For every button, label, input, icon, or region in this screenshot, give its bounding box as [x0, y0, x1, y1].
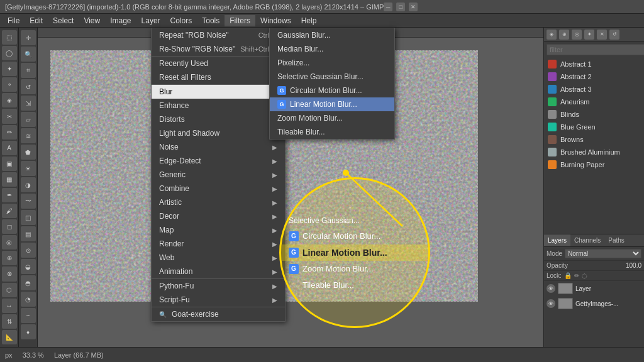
- blur-circular-motion[interactable]: G Circular Motion Blur...: [270, 84, 394, 97]
- callout-circular-motion[interactable]: G Circular Motion Blur...: [281, 228, 428, 244]
- layer-item[interactable]: 👁Layer: [544, 281, 644, 296]
- tool-pencil[interactable]: ✒: [2, 188, 17, 202]
- menu-view[interactable]: View: [79, 15, 105, 26]
- tool-perspective[interactable]: ⬡: [2, 283, 17, 297]
- menu-artistic[interactable]: Artistic ▶: [152, 195, 285, 209]
- tool-paintbrush[interactable]: 🖌: [2, 204, 17, 218]
- window-controls[interactable]: ─ □ ✕: [384, 3, 418, 11]
- menu-distorts[interactable]: Distorts ▶: [152, 112, 285, 126]
- tool-rotate[interactable]: ↺: [21, 79, 36, 94]
- panel-icon-4[interactable]: ✦: [584, 30, 594, 40]
- tool-cage[interactable]: ⬟: [21, 145, 36, 160]
- tool-fuzzy-select[interactable]: ⚬: [2, 77, 17, 92]
- blur-gaussian[interactable]: Gaussian Blur...: [270, 28, 394, 42]
- filter-search-input[interactable]: [547, 44, 644, 55]
- callout-tileable[interactable]: Tileable Blur...: [281, 277, 428, 293]
- tool-threshold[interactable]: ▤: [21, 226, 36, 241]
- filter-item-brushed-aluminium[interactable]: Brushed Aluminium: [544, 146, 644, 158]
- blur-linear-motion[interactable]: G Linear Motion Blur...: [270, 97, 394, 111]
- tool-shear[interactable]: ▱: [21, 112, 36, 127]
- layer-visibility-icon[interactable]: 👁: [547, 284, 555, 293]
- panel-icon-5[interactable]: ✕: [597, 30, 607, 40]
- menu-file[interactable]: File: [3, 15, 25, 26]
- tool-ellipse-select[interactable]: ◯: [2, 46, 17, 60]
- menu-edit[interactable]: Edit: [25, 15, 48, 26]
- layer-visibility-icon[interactable]: 👁: [547, 299, 555, 308]
- panel-icon-3[interactable]: ◎: [572, 30, 582, 40]
- mode-select[interactable]: Normal: [565, 249, 641, 258]
- tool-ink[interactable]: ♦: [21, 324, 36, 339]
- tool-levels[interactable]: ◫: [21, 210, 36, 225]
- filter-item-blue-green[interactable]: Blue Green: [544, 121, 644, 133]
- tool-colorize[interactable]: ◒: [21, 259, 36, 274]
- menu-light-shadow[interactable]: Light and Shadow ▶: [152, 126, 285, 140]
- tool-colorbalance[interactable]: ☀: [21, 161, 36, 176]
- tool-transform[interactable]: ↔: [2, 299, 17, 313]
- tool-paths[interactable]: ✏: [2, 125, 17, 140]
- menu-layer[interactable]: Layer: [136, 15, 165, 26]
- menu-reset-filters[interactable]: Reset all Filters: [152, 70, 285, 84]
- tool-blend[interactable]: ▦: [2, 172, 17, 187]
- tool-scale[interactable]: ⇲: [21, 96, 36, 111]
- layer-item[interactable]: 👁GettyImages-...: [544, 296, 644, 311]
- menu-image[interactable]: Image: [105, 15, 136, 26]
- menu-select[interactable]: Select: [48, 15, 79, 26]
- menu-generic[interactable]: Generic ▶: [152, 168, 285, 182]
- tool-smudge[interactable]: ~: [21, 308, 36, 323]
- close-button[interactable]: ✕: [409, 3, 418, 11]
- lock-icon-2[interactable]: ✏: [574, 272, 579, 279]
- menu-reshow-rgb-noise[interactable]: Re-Show "RGB Noise" Shift+Ctrl+F: [152, 42, 285, 56]
- tool-bucket[interactable]: ▣: [2, 156, 17, 171]
- tool-scissors[interactable]: ✂: [2, 109, 17, 123]
- minimize-button[interactable]: ─: [384, 3, 392, 11]
- menu-blur[interactable]: Blur ▶: [152, 84, 285, 99]
- tool-dodge[interactable]: ◔: [21, 292, 36, 307]
- panel-icon-1[interactable]: ◈: [547, 30, 557, 40]
- panel-icon-2[interactable]: ⊕: [559, 30, 569, 40]
- filter-item-abstract-3[interactable]: Abstract 3: [544, 83, 644, 96]
- menu-edge-detect[interactable]: Edge-Detect ▶: [152, 154, 285, 168]
- blur-pixelize[interactable]: Pixelize...: [270, 56, 394, 70]
- menu-script-fu[interactable]: Script-Fu ▶: [152, 293, 285, 307]
- menu-goat-exercise[interactable]: 🔍 Goat-exercise: [152, 307, 285, 321]
- callout-linear-motion[interactable]: G Linear Motion Blur...: [281, 244, 428, 261]
- menu-map[interactable]: Map ▶: [152, 223, 285, 237]
- filter-item-blinds[interactable]: Blinds: [544, 108, 644, 121]
- tool-airbrush[interactable]: ◎: [2, 235, 17, 250]
- tool-by-color[interactable]: ◈: [2, 93, 17, 107]
- menu-enhance[interactable]: Enhance ▶: [152, 99, 285, 112]
- tool-brightness[interactable]: ◑: [21, 177, 36, 192]
- tool-free-select[interactable]: ✦: [2, 62, 17, 76]
- tool-warp[interactable]: ≋: [21, 128, 36, 143]
- filter-item-abstract-2[interactable]: Abstract 2: [544, 70, 644, 83]
- menu-recently-used[interactable]: Recently Used ▶: [152, 56, 285, 70]
- panel-icon-6[interactable]: ↺: [609, 30, 619, 40]
- maximize-button[interactable]: □: [396, 3, 405, 11]
- menu-web[interactable]: Web ▶: [152, 251, 285, 265]
- lock-icon-3[interactable]: ◌: [582, 272, 587, 279]
- tool-hue-sat[interactable]: ⊙: [21, 243, 36, 258]
- lock-icon-1[interactable]: 🔒: [564, 272, 572, 279]
- tool-zoom[interactable]: 🔍: [21, 47, 36, 62]
- tab-paths[interactable]: Paths: [604, 234, 628, 246]
- blur-median[interactable]: Median Blur...: [270, 42, 394, 56]
- tool-curves[interactable]: 〜: [21, 194, 36, 209]
- tool-desaturate[interactable]: ◓: [21, 275, 36, 290]
- menu-colors[interactable]: Colors: [165, 15, 197, 26]
- filter-item-burning-paper[interactable]: Burning Paper: [544, 158, 644, 171]
- menu-windows[interactable]: Windows: [255, 15, 296, 26]
- tool-clone[interactable]: ⊕: [2, 251, 17, 265]
- menu-help[interactable]: Help: [296, 15, 322, 26]
- filter-item-browns[interactable]: Browns: [544, 133, 644, 146]
- blur-zoom-motion[interactable]: Zoom Motion Blur...: [270, 111, 394, 125]
- menu-decor[interactable]: Decor ▶: [152, 209, 285, 223]
- menu-noise[interactable]: Noise ▶: [152, 140, 285, 154]
- tool-heal[interactable]: ⊗: [2, 266, 17, 281]
- menu-combine[interactable]: Combine ▶: [152, 182, 285, 195]
- menu-animation[interactable]: Animation ▶: [152, 265, 285, 278]
- callout-zoom-motion[interactable]: G Zoom Motion Blur...: [281, 261, 428, 277]
- tool-flip[interactable]: ⇅: [2, 314, 17, 329]
- filter-item-aneurism[interactable]: Aneurism: [544, 96, 644, 108]
- tool-crop[interactable]: ⌗: [21, 63, 36, 78]
- blur-tileable[interactable]: Tileable Blur...: [270, 125, 394, 139]
